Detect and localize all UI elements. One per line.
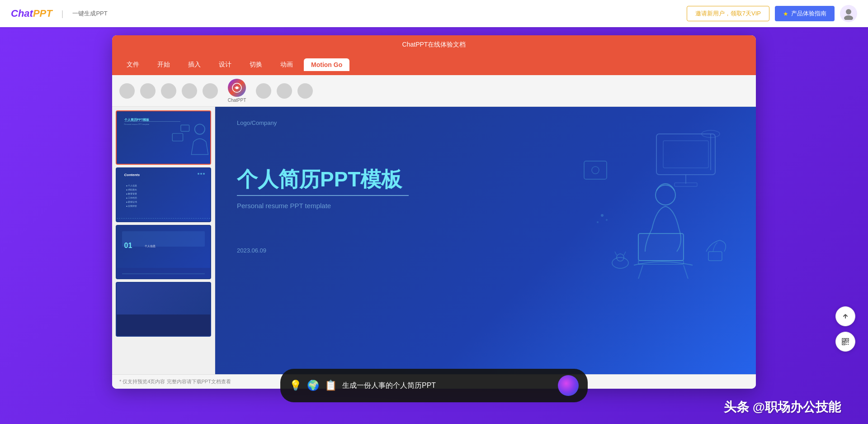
- main-slide-background: Logo/Company 个人简历PPT模板 Personal resume P…: [215, 107, 756, 374]
- chat-orb-button[interactable]: [558, 375, 579, 396]
- svg-point-25: [597, 221, 599, 223]
- svg-rect-29: [846, 342, 847, 343]
- chat-emoji-globe: 🌍: [307, 380, 319, 391]
- svg-point-24: [606, 219, 608, 221]
- svg-rect-5: [181, 125, 189, 131]
- svg-point-1: [844, 15, 853, 20]
- window-title: ChatPPT在线体验文档: [402, 41, 466, 49]
- watermark: 头条 @职场办公技能: [724, 399, 841, 416]
- float-buttons: [835, 306, 855, 352]
- ppt-window: ChatPPT在线体验文档 文件 开始 插入 设计 切换 动画 Motion G…: [112, 35, 756, 389]
- chatppt-logo: [228, 79, 246, 97]
- toolbar-dot-7: [277, 83, 292, 99]
- qr-code-button[interactable]: [835, 332, 855, 352]
- slide-thumb-2[interactable]: Contents ● 个人信息 ● 求职意向 ● 教育背景 ● 工作经历 ● 获…: [116, 167, 211, 222]
- menu-item-design[interactable]: 设计: [212, 58, 239, 71]
- toolbar-dot-6: [256, 83, 271, 99]
- brand-logo-ppt: PPT: [33, 8, 52, 19]
- avatar[interactable]: [840, 5, 857, 22]
- brand-area: ChatPPT | 一键生成PPT: [11, 8, 108, 19]
- chat-emoji-clipboard: 📋: [325, 380, 337, 391]
- toolbar: ChatPPT: [112, 75, 756, 107]
- slide-date: 2023.06.09: [237, 247, 266, 254]
- toolbar-dot-1: [119, 83, 135, 99]
- menu-item-insert[interactable]: 插入: [181, 58, 208, 71]
- slide-title-line: [237, 195, 409, 196]
- svg-rect-7: [656, 134, 715, 175]
- slide2-header: Contents: [124, 173, 140, 177]
- brand-divider: |: [61, 9, 64, 19]
- slide-thumb-1[interactable]: 个人简历PPT模板 Personal resume PPT template: [116, 110, 211, 165]
- toolbar-dot-8: [297, 83, 313, 99]
- slide3-number: 01: [124, 242, 132, 250]
- slide2-items: ● 个人信息 ● 求职意向 ● 教育背景 ● 工作经历 ● 获得证书 ● 自我评…: [126, 184, 137, 207]
- menu-item-motion-go[interactable]: Motion Go: [304, 58, 349, 71]
- svg-rect-33: [843, 339, 844, 340]
- chat-input-text: 生成一份人事的个人简历PPT: [342, 381, 552, 391]
- toolbar-dot-5: [203, 83, 218, 99]
- svg-rect-8: [663, 141, 708, 168]
- slide3-label: 个人信息: [145, 244, 156, 248]
- chat-emoji-lightbulb: 💡: [289, 380, 302, 391]
- toolbar-dot-2: [140, 83, 156, 99]
- svg-rect-35: [843, 343, 844, 344]
- svg-point-3: [236, 86, 238, 89]
- content-area: 个人简历PPT模板 Personal resume PPT template: [112, 107, 756, 374]
- svg-line-19: [684, 265, 688, 279]
- menu-item-switch[interactable]: 切换: [242, 58, 269, 71]
- svg-rect-34: [847, 339, 848, 340]
- main-slide-view: Logo/Company 个人简历PPT模板 Personal resume P…: [215, 107, 756, 374]
- window-titlebar: ChatPPT在线体验文档: [112, 35, 756, 54]
- slide-logo-company: Logo/Company: [237, 119, 277, 126]
- slide-subtitle: Personal resume PPT template: [237, 202, 331, 210]
- chatppt-toolbar-icon[interactable]: ChatPPT: [223, 77, 250, 105]
- navbar: ChatPPT | 一键生成PPT 邀请新用户，领取7天VIP ★ 产品体验指南: [0, 0, 868, 27]
- toolbar-dot-4: [182, 83, 197, 99]
- person-illustration: [566, 125, 738, 279]
- brand-tagline: 一键生成PPT: [72, 10, 107, 18]
- svg-rect-32: [848, 344, 849, 345]
- svg-rect-6: [172, 133, 183, 141]
- svg-point-12: [592, 167, 599, 174]
- slide-thumb-4[interactable]: [116, 282, 211, 336]
- toolbar-dot-3: [161, 83, 176, 99]
- menu-item-file[interactable]: 文件: [119, 58, 146, 71]
- slide-main-title: 个人简历PPT模板: [237, 166, 402, 194]
- chat-input-bar[interactable]: 💡 🌍 📋 生成一份人事的个人简历PPT: [280, 369, 588, 402]
- menu-item-start[interactable]: 开始: [150, 58, 177, 71]
- svg-rect-20: [708, 252, 722, 261]
- svg-rect-31: [846, 344, 847, 345]
- brand-logo: ChatPPT: [11, 8, 52, 19]
- svg-point-21: [612, 257, 628, 268]
- slide-panel[interactable]: 个人简历PPT模板 Personal resume PPT template: [112, 107, 215, 374]
- guide-button[interactable]: ★ 产品体验指南: [775, 6, 835, 21]
- menu-bar: 文件 开始 插入 设计 切换 动画 Motion Go: [112, 54, 756, 75]
- navbar-right: 邀请新用户，领取7天VIP ★ 产品体验指南: [687, 5, 857, 22]
- svg-line-18: [638, 265, 643, 279]
- menu-item-animation[interactable]: 动画: [273, 58, 300, 71]
- bottom-note: * 仅支持预览4页内容 完整内容请下载PPT文档查看: [119, 378, 231, 385]
- invite-button[interactable]: 邀请新用户，领取7天VIP: [687, 6, 769, 21]
- chatppt-toolbar-label: ChatPPT: [228, 98, 246, 103]
- svg-point-23: [601, 214, 604, 217]
- svg-rect-11: [584, 161, 607, 179]
- svg-rect-30: [848, 342, 849, 343]
- slide-thumb-3[interactable]: 01 个人信息: [116, 225, 211, 279]
- star-icon: ★: [783, 10, 788, 17]
- scroll-up-button[interactable]: [835, 306, 855, 326]
- guide-label: 产品体验指南: [791, 10, 826, 18]
- svg-point-4: [195, 124, 205, 134]
- svg-point-0: [846, 9, 851, 14]
